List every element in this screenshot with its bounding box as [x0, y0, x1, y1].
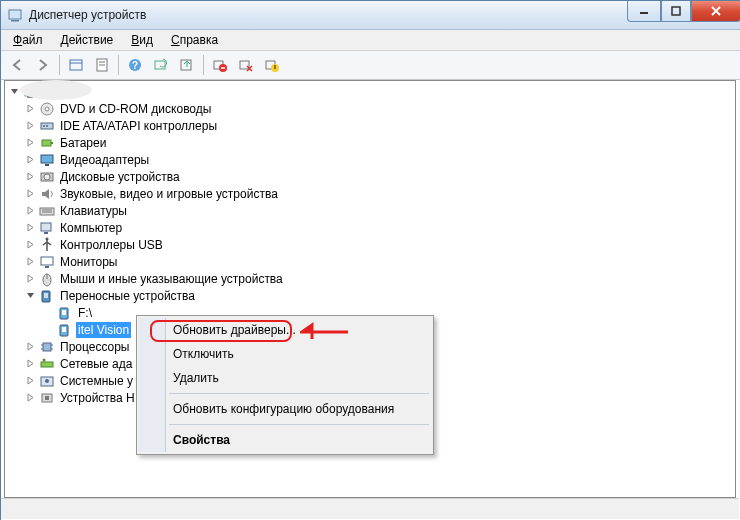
expander-icon[interactable]	[25, 341, 36, 352]
tree-label[interactable]: Контроллеры USB	[58, 237, 165, 253]
tree-label[interactable]: Системные у	[58, 373, 135, 389]
tree-label[interactable]: Клавиатуры	[58, 203, 129, 219]
svg-rect-59	[45, 396, 49, 400]
update-driver-button[interactable]	[175, 53, 199, 77]
properties-button[interactable]	[90, 53, 114, 77]
scan-hardware-button[interactable]	[149, 53, 173, 77]
menu-action[interactable]: Действие	[53, 31, 122, 49]
tree-label[interactable]: Переносные устройства	[58, 288, 197, 304]
disable-button[interactable]	[234, 53, 258, 77]
tree-item-10[interactable]: Мыши и иные указывающие устройства	[7, 270, 733, 287]
tree-root[interactable]	[7, 83, 733, 100]
svg-rect-11	[155, 61, 165, 69]
svg-rect-46	[62, 310, 66, 315]
maximize-button[interactable]	[661, 1, 691, 22]
tree-item-6[interactable]: Клавиатуры	[7, 202, 733, 219]
tree-label[interactable]: Мониторы	[58, 254, 119, 270]
expander-icon[interactable]	[25, 273, 36, 284]
expander-icon[interactable]	[25, 290, 36, 301]
expander-icon[interactable]	[25, 137, 36, 148]
tree-item-8[interactable]: Контроллеры USB	[7, 236, 733, 253]
redaction-overlay	[20, 80, 92, 100]
svg-rect-39	[41, 257, 53, 265]
svg-point-38	[46, 237, 49, 240]
minimize-button[interactable]	[627, 1, 661, 22]
ctx-update-drivers[interactable]: Обновить драйверы...	[139, 318, 431, 342]
ctx-delete[interactable]: Удалить	[139, 366, 431, 390]
tree-label[interactable]: F:\	[76, 305, 94, 321]
svg-rect-54	[41, 362, 53, 367]
svg-point-55	[43, 358, 46, 361]
svg-rect-19	[274, 65, 276, 69]
forward-button[interactable]	[31, 53, 55, 77]
tree-label[interactable]: IDE ATA/ATAPI контроллеры	[58, 118, 219, 134]
menu-help[interactable]: Справка	[163, 31, 226, 49]
svg-point-25	[43, 125, 45, 127]
tree-label[interactable]: Процессоры	[58, 339, 132, 355]
tree-item-5[interactable]: Звуковые, видео и игровые устройства	[7, 185, 733, 202]
app-icon	[7, 7, 23, 23]
expander-icon[interactable]	[25, 392, 36, 403]
tree-label[interactable]: DVD и CD-ROM дисководы	[58, 101, 213, 117]
expander-icon[interactable]	[9, 86, 20, 97]
expander-icon[interactable]	[25, 375, 36, 386]
tree-label[interactable]: itel Vision	[76, 322, 131, 338]
expander-icon[interactable]	[25, 120, 36, 131]
svg-text:?: ?	[132, 60, 138, 71]
usb-icon	[39, 237, 55, 253]
tree-item-4[interactable]: Дисковые устройства	[7, 168, 733, 185]
svg-point-23	[45, 107, 49, 111]
back-button[interactable]	[5, 53, 29, 77]
expander-icon[interactable]	[25, 358, 36, 369]
help-button[interactable]: ?	[123, 53, 147, 77]
ide-icon	[39, 118, 55, 134]
tree-label[interactable]: Дисковые устройства	[58, 169, 182, 185]
computer-icon	[39, 220, 55, 236]
menu-bar: Файл Действие Вид Справка	[1, 30, 740, 51]
expander-icon[interactable]	[25, 188, 36, 199]
portable-icon	[39, 288, 55, 304]
window-title: Диспетчер устройств	[29, 8, 146, 22]
menu-file[interactable]: Файл	[5, 31, 51, 49]
tree-label[interactable]: Компьютер	[58, 220, 124, 236]
uninstall-button[interactable]	[208, 53, 232, 77]
ctx-properties[interactable]: Свойства	[139, 428, 431, 452]
hid-icon	[39, 390, 55, 406]
tree-item-1[interactable]: IDE ATA/ATAPI контроллеры	[7, 117, 733, 134]
enable-button[interactable]	[260, 53, 284, 77]
display-icon	[39, 152, 55, 168]
tree-label[interactable]: Звуковые, видео и игровые устройства	[58, 186, 280, 202]
net-icon	[39, 356, 55, 372]
expander-icon[interactable]	[25, 239, 36, 250]
ctx-scan-hardware[interactable]: Обновить конфигурацию оборудования	[139, 397, 431, 421]
tree-item-3[interactable]: Видеоадаптеры	[7, 151, 733, 168]
expander-icon[interactable]	[25, 222, 36, 233]
expander-icon[interactable]	[43, 307, 54, 318]
tree-label[interactable]: Мыши и иные указывающие устройства	[58, 271, 285, 287]
svg-point-32	[44, 174, 50, 180]
expander-icon[interactable]	[25, 256, 36, 267]
portable-dev-icon	[57, 305, 73, 321]
expander-icon[interactable]	[25, 205, 36, 216]
tree-item-2[interactable]: Батареи	[7, 134, 733, 151]
tree-label[interactable]: Сетевые ада	[58, 356, 134, 372]
tree-label[interactable]: Видеоадаптеры	[58, 152, 151, 168]
ctx-disable[interactable]: Отключить	[139, 342, 431, 366]
expander-icon[interactable]	[25, 103, 36, 114]
tree-item-7[interactable]: Компьютер	[7, 219, 733, 236]
show-hide-button[interactable]	[64, 53, 88, 77]
close-button[interactable]	[691, 1, 740, 22]
disk-icon	[39, 169, 55, 185]
tree-item-0[interactable]: DVD и CD-ROM дисководы	[7, 100, 733, 117]
keyboard-icon	[39, 203, 55, 219]
tree-label[interactable]: Устройства H	[58, 390, 137, 406]
expander-icon[interactable]	[43, 324, 54, 335]
expander-icon[interactable]	[25, 171, 36, 182]
toolbar: ?	[1, 51, 740, 80]
expander-icon[interactable]	[25, 154, 36, 165]
menu-view[interactable]: Вид	[123, 31, 161, 49]
tree-item-11[interactable]: Переносные устройства	[7, 287, 733, 304]
tree-label[interactable]: Батареи	[58, 135, 108, 151]
svg-point-26	[46, 125, 48, 127]
tree-item-9[interactable]: Мониторы	[7, 253, 733, 270]
